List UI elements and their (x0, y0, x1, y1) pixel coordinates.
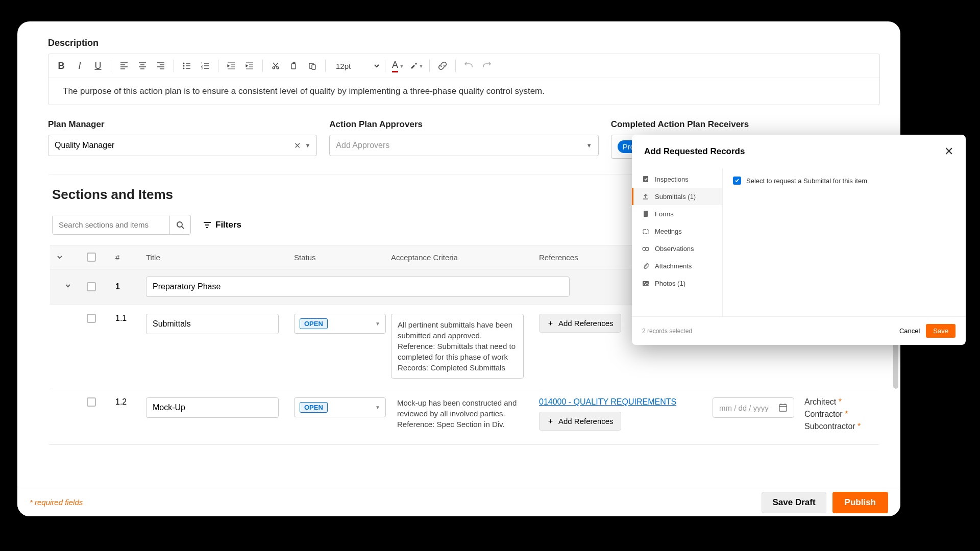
font-size-select[interactable]: 12pt (330, 59, 381, 73)
chevron-down-icon: ▼ (586, 142, 592, 148)
sidebar-item-observations[interactable]: Observations (632, 240, 722, 257)
item-refs-cell: 014000 - QUALITY REQUIREMENTS ＋ Add Refe… (533, 397, 706, 431)
underline-button[interactable]: U (89, 57, 107, 74)
sidebar-item-meetings[interactable]: Meetings (632, 222, 722, 240)
sidebar-item-attachments[interactable]: Attachments (632, 257, 722, 274)
publish-button[interactable]: Publish (832, 492, 888, 513)
toolbar-separator (385, 60, 385, 72)
meeting-icon (642, 227, 650, 235)
item-num: 1.1 (109, 314, 140, 323)
chevron-down-icon: ▼ (305, 142, 310, 148)
item-num: 1.2 (109, 397, 140, 407)
status-select[interactable]: OPEN ▼ (294, 314, 386, 334)
add-references-button[interactable]: ＋ Add References (539, 412, 621, 431)
svg-point-17 (643, 247, 646, 251)
align-center-button[interactable] (134, 57, 151, 74)
clear-icon[interactable]: ✕ (294, 141, 301, 151)
link-button[interactable] (434, 57, 451, 74)
approvers-label: Action Plan Approvers (329, 119, 598, 130)
checkbox-checked[interactable] (733, 177, 741, 185)
item-title-cell (140, 397, 288, 418)
header-status: Status (288, 245, 385, 269)
add-ref-label: Add References (558, 417, 614, 425)
chevron-down-icon[interactable] (64, 282, 71, 289)
approvers-select[interactable]: Add Approvers ▼ (329, 135, 598, 156)
cancel-button[interactable]: Cancel (899, 327, 920, 335)
item-date-cell: mm / dd / yyyy (706, 397, 798, 418)
indent-button[interactable] (241, 57, 258, 74)
reference-link[interactable]: 014000 - QUALITY REQUIREMENTS (539, 397, 700, 407)
search-input-wrap (52, 215, 191, 235)
plus-icon: ＋ (547, 318, 554, 328)
text-color-button[interactable]: A▼ (389, 57, 407, 74)
toolbar-separator (325, 60, 326, 72)
sidebar-item-label: Observations (655, 245, 694, 253)
status-badge: OPEN (300, 318, 328, 329)
checkbox-all[interactable] (87, 253, 96, 262)
chevron-down-icon: ▼ (375, 321, 380, 327)
svg-point-20 (644, 282, 645, 283)
copy-button[interactable] (285, 57, 303, 74)
undo-button[interactable] (460, 57, 477, 74)
rich-text-editor: B I U 123 12pt A▼ (48, 54, 880, 105)
filters-button[interactable]: Filters (203, 220, 241, 230)
checkbox[interactable] (87, 314, 96, 323)
numbered-list-button[interactable]: 123 (197, 57, 214, 74)
paste-button[interactable] (304, 57, 321, 74)
dialog-close-button[interactable]: ✕ (944, 145, 953, 158)
plan-manager-select[interactable]: Quality Manager ✕ ▼ (48, 135, 317, 156)
status-select[interactable]: OPEN ▼ (294, 397, 386, 417)
item-status-cell: OPEN ▼ (288, 314, 385, 334)
item-check (81, 397, 109, 407)
add-references-button[interactable]: ＋ Add References (539, 314, 621, 333)
criteria-textarea[interactable]: Mock-up has been constructed and reviewe… (391, 397, 524, 435)
cut-button[interactable] (267, 57, 284, 74)
clipboard-check-icon (642, 175, 650, 183)
save-button[interactable]: Save (926, 324, 955, 338)
align-left-button[interactable] (115, 57, 133, 74)
bullet-list-button[interactable] (178, 57, 195, 74)
sidebar-item-label: Attachments (655, 262, 692, 270)
sidebar-item-forms[interactable]: Forms (632, 205, 722, 222)
italic-button[interactable]: I (71, 57, 88, 74)
date-input[interactable]: mm / dd / yyyy (713, 397, 794, 418)
sidebar-item-photos[interactable]: Photos (1) (632, 274, 722, 292)
save-draft-button[interactable]: Save Draft (762, 492, 826, 513)
item-assignees-cell: Architect * Contractor * Subcontractor * (798, 397, 878, 434)
align-right-button[interactable] (152, 57, 169, 74)
chevron-down-icon: ▼ (375, 405, 380, 410)
page-footer: * required fields Save Draft Publish (17, 488, 900, 516)
bold-button[interactable]: B (53, 57, 70, 74)
assignee: Subcontractor * (804, 422, 872, 431)
search-input[interactable] (53, 215, 169, 234)
redo-button[interactable] (478, 57, 496, 74)
svg-text:3: 3 (201, 67, 203, 70)
editor-content[interactable]: The purpose of this action plan is to en… (48, 78, 879, 105)
filter-icon (203, 221, 211, 229)
item-criteria-cell: All pertinent submittals have been submi… (385, 314, 533, 379)
checkbox[interactable] (87, 397, 96, 407)
sidebar-item-inspections[interactable]: Inspections (632, 170, 722, 188)
checkbox-label: Select to request a Submittal for this i… (746, 177, 867, 185)
dialog-main: Select to request a Submittal for this i… (723, 168, 966, 316)
item-title-input[interactable] (146, 397, 279, 418)
chevron-down-icon[interactable] (56, 254, 63, 261)
header-expand (50, 245, 81, 269)
calendar-icon (778, 403, 788, 412)
svg-rect-9 (293, 62, 295, 64)
item-title-input[interactable] (146, 314, 279, 334)
highlight-color-button[interactable]: ▼ (408, 57, 425, 74)
outdent-button[interactable] (223, 57, 240, 74)
svg-point-0 (183, 63, 185, 64)
search-button[interactable] (169, 216, 190, 234)
header-num: # (109, 245, 140, 269)
section-title-input[interactable] (146, 277, 570, 297)
filters-label: Filters (215, 220, 241, 230)
section-title-cell (140, 277, 576, 297)
sidebar-item-submittals[interactable]: Submittals (1) (632, 188, 722, 205)
checkbox[interactable] (87, 282, 96, 291)
section-check (81, 282, 109, 291)
toolbar-separator (218, 60, 218, 72)
sidebar-item-label: Inspections (655, 176, 689, 183)
criteria-textarea[interactable]: All pertinent submittals have been submi… (391, 314, 524, 379)
